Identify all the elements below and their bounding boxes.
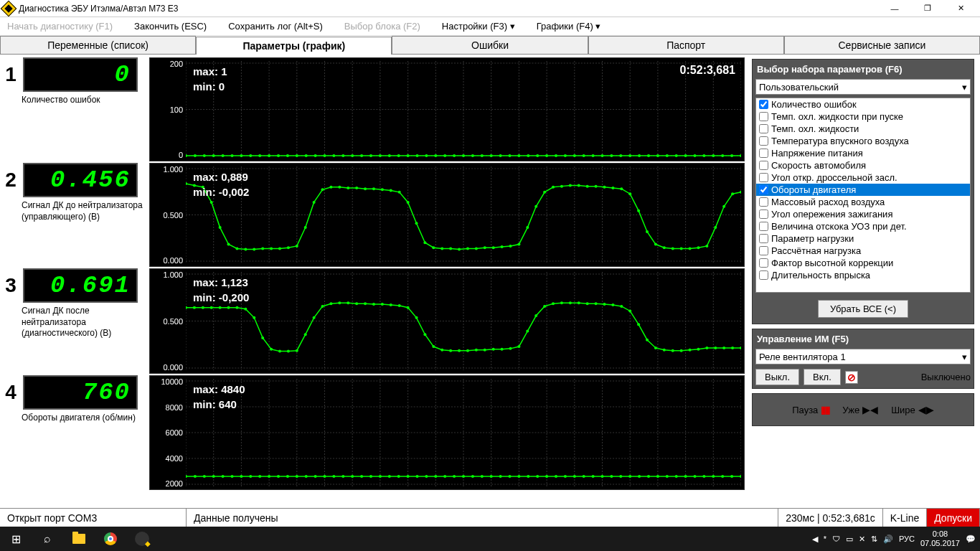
param-checkbox[interactable] [759, 173, 768, 182]
svg-point-292 [194, 475, 197, 478]
param-checkbox[interactable] [759, 258, 768, 268]
svg-point-342 [656, 475, 659, 478]
param-item[interactable]: Напряжение питания [756, 147, 970, 159]
svg-point-226 [415, 316, 418, 319]
lcd-value: 0.456 [23, 163, 138, 197]
param-checkbox[interactable] [759, 185, 768, 194]
svg-point-33 [268, 154, 270, 157]
svg-point-32 [258, 154, 261, 157]
remove-all-button[interactable]: Убрать ВСЕ (<) [818, 300, 908, 318]
param-item[interactable]: Массовый расход воздуха [756, 196, 970, 208]
param-item[interactable]: Температура впускного воздуха [756, 135, 970, 147]
clock[interactable]: 0:08 07.05.2017 [920, 529, 960, 548]
readout-row: 20.456Сигнал ДК до нейтрализатора (управ… [3, 163, 745, 267]
param-checkbox[interactable] [759, 246, 768, 255]
param-select-title: Выбор набора параметров (F6) [755, 62, 971, 76]
language-indicator[interactable]: РУС [899, 534, 915, 543]
param-item[interactable]: Рассчётная нагрузка [756, 245, 970, 257]
param-checkbox[interactable] [759, 112, 768, 121]
svg-point-158 [603, 186, 606, 189]
menu-settings[interactable]: Настройки (F3) ▾ [442, 21, 515, 32]
menu-charts[interactable]: Графики (F4) ▾ [537, 21, 601, 32]
svg-point-124 [313, 201, 316, 204]
param-checkbox[interactable] [759, 161, 768, 170]
tab-passport[interactable]: Паспорт [588, 36, 784, 54]
minimize-button[interactable]: — [884, 1, 905, 16]
param-checkbox[interactable] [759, 270, 768, 280]
param-checkbox[interactable] [759, 222, 768, 231]
battery-icon[interactable]: ▭ [846, 534, 853, 544]
readout-label: Сигнал ДК до нейтрализатора (управляющег… [3, 200, 146, 222]
maximize-button[interactable]: ❐ [917, 1, 938, 16]
bluetooth-icon[interactable]: * [824, 534, 826, 543]
param-checkbox[interactable] [759, 234, 768, 243]
svg-point-167 [680, 247, 683, 250]
menu-savelog[interactable]: Сохранить лог (Alt+S) [228, 21, 323, 32]
svg-point-134 [398, 191, 401, 194]
menu-stop[interactable]: Закончить (ESC) [134, 21, 207, 32]
tab-variables[interactable]: Переменные (список) [0, 36, 196, 54]
svg-point-205 [235, 306, 238, 309]
svg-point-60 [517, 154, 520, 157]
svg-point-335 [592, 475, 595, 478]
im-off-button[interactable]: Выкл. [755, 369, 799, 385]
chart[interactable]: 1.0000.5000.000max: 0,889min: -0,002 [149, 163, 745, 267]
param-item[interactable]: Обороты двигателя [756, 184, 970, 196]
narrow-button[interactable]: Уже ▶◀ [842, 404, 878, 415]
param-item[interactable]: Параметр нагрузки [756, 232, 970, 245]
param-item[interactable]: Угол откр. дроссельной засл. [756, 171, 970, 184]
tray-up-icon[interactable]: ◀ [812, 534, 818, 544]
param-checkbox[interactable] [759, 136, 768, 146]
svg-point-142 [466, 247, 469, 250]
tab-parameters[interactable]: Параметры (график) [196, 37, 392, 55]
param-item[interactable]: Длительность впрыска [756, 269, 970, 281]
tab-errors[interactable]: Ошибки [392, 36, 588, 54]
svg-point-154 [569, 184, 572, 187]
preset-dropdown[interactable]: Пользовательский ▾ [755, 79, 971, 95]
chart[interactable]: 100008000600040002000max: 4840min: 640 [149, 375, 745, 490]
volume-icon[interactable]: 🔊 [883, 534, 893, 544]
param-item[interactable]: Скорость автомобиля [756, 159, 970, 171]
svg-point-294 [212, 475, 215, 478]
svg-point-310 [360, 475, 363, 478]
im-on-button[interactable]: Вкл. [804, 369, 841, 385]
status-tolerances[interactable]: Допуски [927, 509, 980, 527]
svg-point-135 [407, 201, 410, 204]
power-icon[interactable]: ✕ [859, 534, 865, 544]
im-device-dropdown[interactable]: Реле вентилятора 1 ▾ [755, 349, 971, 364]
app-taskbar-button[interactable]: ◆ [126, 527, 158, 551]
svg-point-128 [347, 187, 349, 189]
pause-button[interactable]: Пауза ▮▮ [792, 404, 829, 415]
param-checkbox[interactable] [759, 209, 768, 219]
explorer-button[interactable] [63, 527, 95, 551]
param-item[interactable]: Количество ошибок [756, 98, 970, 110]
param-item[interactable]: Угол опережения зажигания [756, 208, 970, 220]
svg-point-35 [286, 154, 289, 157]
param-item[interactable]: Величина отскока УОЗ при дет. [756, 220, 970, 232]
shield-icon[interactable]: 🛡 [832, 534, 840, 543]
param-item[interactable]: Темп. охл. жидкости при пуске [756, 110, 970, 123]
im-stop-button[interactable]: ⊘ [845, 371, 858, 384]
tab-service[interactable]: Сервисные записи [784, 36, 980, 54]
wide-button[interactable]: Шире ◀▶ [891, 404, 934, 415]
search-button[interactable]: ⌕ [32, 527, 63, 551]
param-item[interactable]: Фактор высотной коррекции [756, 257, 970, 269]
svg-point-165 [663, 246, 666, 249]
svg-point-109 [186, 182, 187, 185]
svg-point-250 [620, 305, 623, 308]
param-list[interactable]: Количество ошибокТемп. охл. жидкости при… [755, 98, 971, 293]
wifi-icon[interactable]: ⇅ [871, 534, 877, 544]
start-button[interactable]: ⊞ [0, 527, 32, 551]
chart[interactable]: 1.0000.5000.000max: 1,123min: -0,200 [149, 268, 745, 374]
close-button[interactable]: ✕ [950, 1, 971, 16]
notifications-icon[interactable]: 💬 [966, 534, 976, 544]
menu-block: Выбор блока (F2) [344, 21, 420, 32]
chart[interactable]: 2001000max: 1min: 00:52:3,681 [149, 57, 745, 161]
param-checkbox[interactable] [759, 197, 768, 207]
chrome-button[interactable] [95, 527, 126, 551]
param-checkbox[interactable] [759, 100, 768, 109]
param-item[interactable]: Темп. охл. жидкости [756, 123, 970, 135]
param-checkbox[interactable] [759, 124, 768, 133]
param-checkbox[interactable] [759, 149, 768, 158]
svg-point-346 [693, 475, 696, 478]
